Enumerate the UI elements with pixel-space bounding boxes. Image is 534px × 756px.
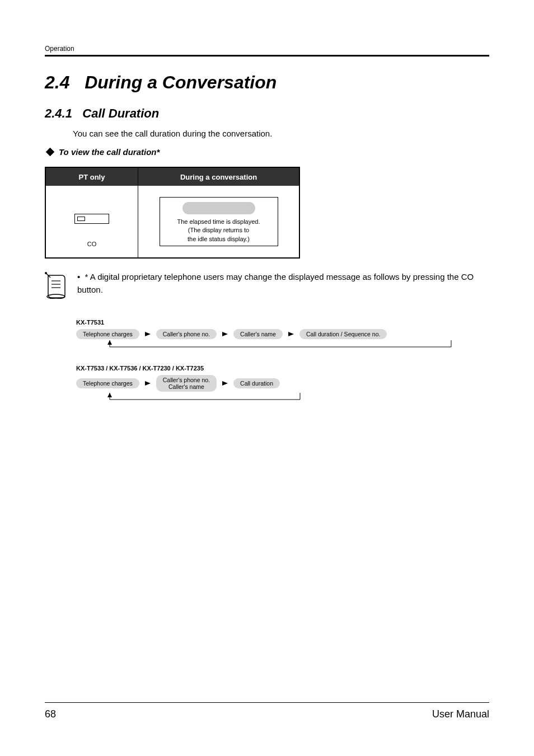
chip-caller-phone: Caller's phone no. xyxy=(156,329,217,339)
subsection-title: 2.4.1 Call Duration xyxy=(45,106,489,121)
subhead-row: To view the call duration* xyxy=(45,147,489,157)
note-text: • * A digital proprietary telephone user… xyxy=(77,271,489,299)
arrow-icon xyxy=(222,381,228,386)
flow2-return-line xyxy=(76,393,489,401)
page-number: 68 xyxy=(45,708,56,720)
page-footer: 68 User Manual xyxy=(45,702,489,720)
chip-caller-name: Caller's name xyxy=(233,329,283,339)
co-label: CO xyxy=(87,241,97,247)
chip-telephone-charges: Telephone charges xyxy=(76,329,139,339)
speech-text: The elapsed time is displayed. (The disp… xyxy=(177,218,260,243)
arrow-icon xyxy=(145,381,151,386)
instruction-table: PT only During a conversation CO The ela… xyxy=(45,167,300,259)
svg-point-4 xyxy=(45,272,47,274)
flow2-label: KX-T7533 / KX-T7536 / KX-T7230 / KX-T723… xyxy=(76,365,489,372)
action-label: During a conversation xyxy=(138,168,299,186)
section-title-text: During a Conversation xyxy=(85,72,277,92)
note-row: • * A digital proprietary telephone user… xyxy=(45,271,489,299)
note-body: * A digital proprietary telephone users … xyxy=(77,272,474,294)
co-button-cell: CO xyxy=(46,186,138,257)
chip-call-duration-2: Call duration xyxy=(233,378,280,388)
flow2-row: Telephone charges Caller's phone no. Cal… xyxy=(76,375,489,392)
arrow-icon xyxy=(222,332,228,336)
arrow-icon xyxy=(288,332,294,336)
chip-caller-phone-name: Caller's phone no. Caller's name xyxy=(156,375,217,392)
section-header: Operation xyxy=(45,45,489,53)
subsection-number: 2.4.1 xyxy=(45,106,72,120)
subsection-title-text: Call Duration xyxy=(82,106,159,120)
intro-paragraph: You can see the call duration during the… xyxy=(73,129,489,138)
display-screen-icon xyxy=(182,202,255,214)
note-bullet: • xyxy=(77,272,80,281)
section-number: 2.4 xyxy=(45,72,69,92)
group-label: PT only xyxy=(46,168,138,186)
notepad-icon xyxy=(45,272,67,299)
speech-cell: The elapsed time is displayed. (The disp… xyxy=(138,186,299,257)
arrow-icon xyxy=(145,332,151,336)
manual-title: User Manual xyxy=(432,708,489,720)
chip-telephone-charges-2: Telephone charges xyxy=(76,378,139,388)
flow1-label: KX-T7531 xyxy=(76,319,489,326)
header-rule xyxy=(45,55,489,57)
footer-rule xyxy=(45,702,489,703)
svg-marker-12 xyxy=(107,393,112,397)
chip-call-duration-seq: Call duration / Sequence no. xyxy=(299,329,387,339)
diamond-bullet-icon xyxy=(46,148,55,157)
co-button-icon xyxy=(74,214,109,224)
flow1-block: KX-T7531 Telephone charges Caller's phon… xyxy=(76,319,489,348)
flow1-return-line xyxy=(76,340,489,348)
speech-bubble: The elapsed time is displayed. (The disp… xyxy=(160,197,278,246)
subhead-text: To view the call duration* xyxy=(59,147,160,157)
flow2-block: KX-T7533 / KX-T7536 / KX-T7230 / KX-T723… xyxy=(76,365,489,401)
svg-marker-8 xyxy=(107,340,112,345)
co-button-inner-icon xyxy=(77,217,85,221)
section-title: 2.4 During a Conversation xyxy=(45,72,489,93)
flow1-row: Telephone charges Caller's phone no. Cal… xyxy=(76,329,489,339)
